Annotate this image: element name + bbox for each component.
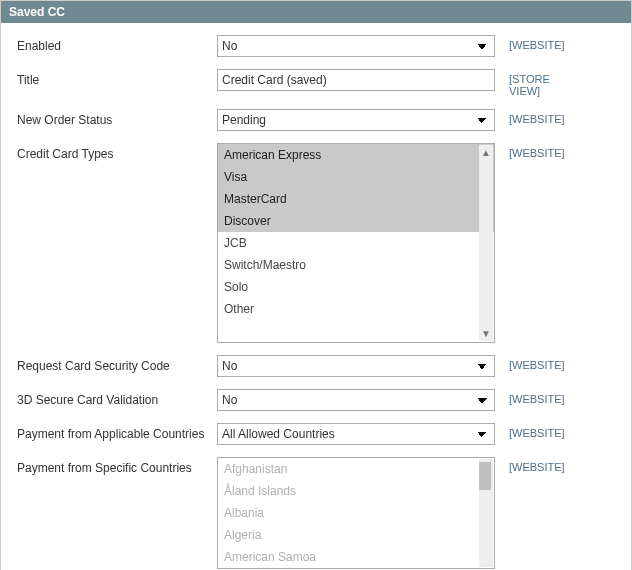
country-option[interactable]: American Samoa [218,546,494,568]
scrollbar-cc-types[interactable]: ▲ ▼ [479,145,493,341]
scope-specific-countries: [WEBSITE] [495,457,583,473]
cc-type-option[interactable]: Switch/Maestro [218,254,494,276]
panel-header: Saved CC [1,1,631,23]
cc-type-option[interactable]: JCB [218,232,494,254]
chevron-down-icon: ▼ [481,326,491,341]
country-option[interactable]: Åland Islands [218,480,494,502]
label-cc-types: Credit Card Types [17,143,217,161]
scope-applicable-countries: [WEBSITE] [495,423,583,439]
row-applicable-countries: Payment from Applicable Countries All Al… [17,423,615,445]
saved-cc-panel: Saved CC Enabled No [WEBSITE] Title [STO… [0,0,632,570]
cc-type-option[interactable]: Discover [218,210,494,232]
row-specific-countries: Payment from Specific Countries Afghanis… [17,457,615,569]
multiselect-specific-countries[interactable]: AfghanistanÅland IslandsAlbaniaAlgeriaAm… [217,457,495,569]
label-new-order-status: New Order Status [17,109,217,127]
multiselect-cc-types[interactable]: American ExpressVisaMasterCardDiscoverJC… [217,143,495,343]
label-secure3d: 3D Secure Card Validation [17,389,217,407]
cc-type-option[interactable]: American Express [218,144,494,166]
scope-new-order-status: [WEBSITE] [495,109,583,125]
cc-type-option[interactable]: MasterCard [218,188,494,210]
select-secure3d[interactable]: No [217,389,495,411]
cc-type-option[interactable]: Solo [218,276,494,298]
country-option[interactable]: Albania [218,502,494,524]
select-request-csc[interactable]: No [217,355,495,377]
label-request-csc: Request Card Security Code [17,355,217,373]
panel-title: Saved CC [9,5,65,19]
country-option[interactable]: Afghanistan [218,458,494,480]
row-enabled: Enabled No [WEBSITE] [17,35,615,57]
row-new-order-status: New Order Status Pending [WEBSITE] [17,109,615,131]
panel-body: Enabled No [WEBSITE] Title [STORE VIEW] … [1,23,631,570]
row-request-csc: Request Card Security Code No [WEBSITE] [17,355,615,377]
scrollbar-specific-countries[interactable] [479,459,493,567]
cc-type-option[interactable]: Other [218,298,494,320]
row-title: Title [STORE VIEW] [17,69,615,97]
label-specific-countries: Payment from Specific Countries [17,457,217,475]
scope-title: [STORE VIEW] [495,69,583,97]
country-option[interactable]: Algeria [218,524,494,546]
select-new-order-status[interactable]: Pending [217,109,495,131]
scope-secure3d: [WEBSITE] [495,389,583,405]
cc-type-option[interactable]: Visa [218,166,494,188]
select-applicable-countries[interactable]: All Allowed Countries [217,423,495,445]
select-enabled[interactable]: No [217,35,495,57]
scope-cc-types: [WEBSITE] [495,143,583,159]
scope-request-csc: [WEBSITE] [495,355,583,371]
input-title[interactable] [217,69,495,91]
chevron-up-icon: ▲ [481,145,491,160]
label-enabled: Enabled [17,35,217,53]
scroll-thumb[interactable] [479,462,491,490]
row-cc-types: Credit Card Types American ExpressVisaMa… [17,143,615,343]
label-title: Title [17,69,217,87]
row-secure3d: 3D Secure Card Validation No [WEBSITE] [17,389,615,411]
scope-enabled: [WEBSITE] [495,35,583,51]
label-applicable-countries: Payment from Applicable Countries [17,423,217,441]
